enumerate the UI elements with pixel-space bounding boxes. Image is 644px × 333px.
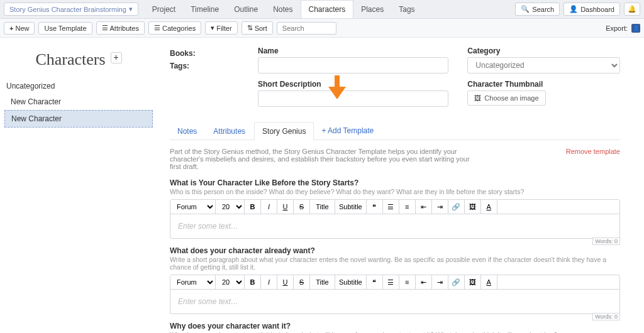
italic-button[interactable]: I: [261, 275, 277, 289]
rte-toolbar: Forum20BIUSTitleSubtitle❝☰≡⇤⇥🔗🖼A: [170, 275, 620, 290]
font-select[interactable]: Forum: [170, 275, 216, 289]
font-select[interactable]: Forum: [170, 200, 216, 214]
categories-label: Categories: [162, 25, 196, 32]
outdent-button[interactable]: ⇤: [416, 275, 432, 289]
tab-notes[interactable]: Notes: [265, 1, 300, 18]
rte-textarea[interactable]: Enter some text…: [170, 214, 620, 239]
link-button[interactable]: 🔗: [448, 200, 465, 214]
sidebar: Characters + Uncategorized New Character…: [0, 38, 157, 333]
user-icon: 👤: [569, 5, 578, 13]
category-label: Category: [467, 46, 620, 55]
books-label: Books:: [170, 49, 239, 58]
subtitle-button[interactable]: Subtitle: [335, 275, 367, 289]
categories-button[interactable]: ☰Categories: [148, 21, 201, 35]
search-input[interactable]: [277, 22, 336, 35]
tab-project[interactable]: Project: [145, 1, 183, 18]
name-label: Name: [258, 46, 448, 55]
search-button[interactable]: 🔍 Search: [515, 3, 560, 16]
list-icon: ☰: [102, 24, 108, 32]
export-user-icon[interactable]: 👤: [631, 24, 640, 33]
subtab-notes[interactable]: Notes: [170, 123, 204, 139]
tab-tags[interactable]: Tags: [391, 1, 422, 18]
tab-outline[interactable]: Outline: [226, 1, 265, 18]
category-label: Uncategorized: [6, 82, 153, 90]
section-subtitle: Write a short paragraph about what your …: [170, 256, 620, 271]
character-list: New Character New Character: [4, 93, 153, 128]
rte-toolbar: Forum20BIUSTitleSubtitle❝☰≡⇤⇥🔗🖼A: [170, 199, 620, 214]
project-selector[interactable]: Story Genius Character Brainstorming ▾: [4, 3, 138, 16]
italic-button[interactable]: I: [261, 200, 277, 214]
content: Books: Tags: Name Short Description Cate…: [157, 38, 639, 333]
content-scroll[interactable]: Books: Tags: Name Short Description Cate…: [157, 38, 644, 333]
underline-button[interactable]: U: [277, 200, 294, 214]
add-character-button[interactable]: +: [111, 52, 122, 63]
sidebar-title: Characters: [35, 50, 105, 69]
character-item[interactable]: New Character: [4, 94, 153, 110]
rte-textarea[interactable]: Enter some text…: [170, 290, 620, 314]
new-button[interactable]: +New: [4, 22, 35, 35]
sort-button[interactable]: ⇅Sort: [242, 21, 273, 35]
toolbar: +New Use Template ☰Attributes ☰Categorie…: [0, 19, 644, 38]
template-section: What does your character already want?Wr…: [170, 246, 620, 314]
ol-button[interactable]: ☰: [383, 200, 399, 214]
use-template-button[interactable]: Use Template: [38, 22, 92, 35]
category-select[interactable]: Uncategorized: [467, 57, 620, 74]
bell-button[interactable]: 🔔: [624, 3, 640, 16]
caret-down-icon: ▾: [129, 5, 133, 13]
tab-characters[interactable]: Characters: [301, 0, 354, 18]
quote-button[interactable]: ❝: [367, 275, 383, 289]
subtitle-button[interactable]: Subtitle: [335, 200, 367, 214]
image-button[interactable]: 🖼: [465, 275, 481, 289]
filter-icon: ▾: [211, 24, 214, 32]
annotation-arrow-icon: [328, 75, 346, 101]
attributes-button[interactable]: ☰Attributes: [96, 21, 145, 35]
title-button[interactable]: Title: [310, 200, 335, 214]
template-description: Part of the Story Genius method, the Sto…: [170, 148, 472, 170]
new-label: New: [15, 25, 29, 32]
ul-button[interactable]: ≡: [399, 275, 416, 289]
character-item[interactable]: New Character: [4, 110, 153, 128]
bold-button[interactable]: B: [245, 275, 261, 289]
filter-button[interactable]: ▾Filter: [205, 21, 237, 35]
template-section: Why does your character want it?Why does…: [170, 322, 620, 333]
attributes-label: Attributes: [110, 25, 139, 32]
underline-button[interactable]: U: [277, 275, 294, 289]
short-desc-input[interactable]: [258, 90, 448, 107]
ul-button[interactable]: ≡: [399, 200, 416, 214]
search-icon: 🔍: [521, 5, 530, 13]
tab-timeline[interactable]: Timeline: [183, 1, 226, 18]
remove-template-link[interactable]: Remove template: [566, 148, 620, 155]
link-button[interactable]: 🔗: [448, 275, 465, 289]
indent-button[interactable]: ⇥: [432, 200, 448, 214]
color-button[interactable]: A: [481, 275, 497, 289]
main: Characters + Uncategorized New Character…: [0, 38, 644, 333]
subtab-attributes[interactable]: Attributes: [206, 123, 253, 139]
ol-button[interactable]: ☰: [383, 275, 399, 289]
name-input[interactable]: [258, 57, 448, 74]
subtab-story-genius[interactable]: Story Genius: [254, 122, 314, 140]
title-button[interactable]: Title: [310, 275, 335, 289]
tab-places[interactable]: Places: [353, 1, 391, 18]
outdent-button[interactable]: ⇤: [416, 200, 432, 214]
quote-button[interactable]: ❝: [367, 200, 383, 214]
dashboard-button[interactable]: 👤 Dashboard: [564, 3, 620, 16]
indent-button[interactable]: ⇥: [432, 275, 448, 289]
choose-image-button[interactable]: 🖼 Choose an image: [467, 90, 545, 106]
bell-icon: 🔔: [628, 5, 636, 13]
bold-button[interactable]: B: [245, 200, 261, 214]
top-nav: Story Genius Character Brainstorming ▾ P…: [0, 0, 644, 19]
strike-button[interactable]: S: [294, 275, 310, 289]
template-section: What is Your Character Like Before the S…: [170, 178, 620, 239]
strike-button[interactable]: S: [294, 200, 310, 214]
choose-image-label: Choose an image: [484, 94, 538, 102]
sub-tabs: Notes Attributes Story Genius + Add Temp…: [170, 122, 620, 140]
size-select[interactable]: 20: [216, 200, 245, 214]
section-title: What is Your Character Like Before the S…: [170, 178, 620, 187]
color-button[interactable]: A: [481, 200, 497, 214]
add-template-button[interactable]: + Add Template: [315, 122, 380, 139]
plus-icon: +: [9, 25, 13, 32]
word-count: Words: 0: [592, 313, 620, 320]
dashboard-label: Dashboard: [580, 6, 614, 13]
size-select[interactable]: 20: [216, 275, 245, 289]
image-button[interactable]: 🖼: [465, 200, 481, 214]
